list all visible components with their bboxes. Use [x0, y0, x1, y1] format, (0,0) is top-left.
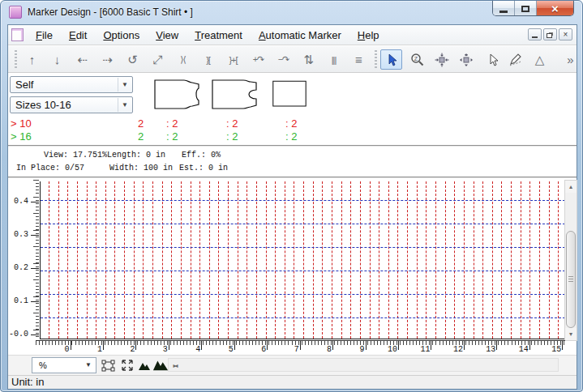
close-icon: ×	[551, 2, 559, 15]
grid-vertical-line	[492, 181, 493, 339]
align-vertical-icon[interactable]: ⇅	[298, 49, 319, 70]
scroll-right-button[interactable]: ▸	[169, 360, 181, 371]
svg-text:Z: Z	[414, 56, 418, 62]
vertical-ruler-label: -0.0	[4, 330, 28, 339]
grid-vertical-line	[246, 181, 247, 339]
grid-vertical-line	[445, 181, 446, 339]
menu-treatment[interactable]: Treatment	[186, 25, 251, 45]
width-value: Width: 100 in	[109, 164, 173, 173]
move-left-icon: ⇠	[77, 53, 88, 67]
tilt-plus-icon[interactable]: +↷	[247, 49, 269, 70]
move-down-icon[interactable]: ↓	[46, 49, 68, 70]
menu-file[interactable]: File	[28, 25, 61, 45]
front-piece[interactable]	[210, 77, 259, 112]
menu-help[interactable]: Help	[349, 25, 388, 45]
zoom-out-mountain-icon[interactable]	[136, 358, 152, 373]
pick-pointer-icon[interactable]	[482, 49, 504, 70]
back-piece[interactable]	[152, 77, 202, 112]
zoom-unit-select[interactable]: % ▼	[32, 357, 96, 373]
grid-vertical-line	[105, 181, 106, 339]
horizontal-ruler: 0123456789101112131415	[36, 340, 565, 355]
grid-vertical-line	[303, 181, 304, 339]
grid-vertical-line	[464, 181, 465, 339]
menu-view[interactable]: View	[148, 25, 186, 45]
rotate-pen-icon[interactable]	[504, 49, 526, 70]
menu-automatic-marker[interactable]: Automatic Marker	[251, 25, 349, 45]
piece-count: : 2	[166, 130, 178, 143]
grid-vertical-line	[379, 181, 379, 339]
flip-icon[interactable]: ⤢	[147, 49, 169, 70]
size-total-count: 2	[138, 117, 144, 130]
move-up-icon: ↑	[29, 53, 36, 66]
marker-grid[interactable]	[40, 181, 565, 339]
grid-vertical-line	[124, 181, 125, 339]
select-pointer-icon[interactable]	[380, 49, 402, 70]
mdi-close-button[interactable]: ×	[559, 28, 572, 40]
rotate-icon[interactable]: ↺	[122, 49, 144, 70]
size-label: > 16	[11, 130, 32, 143]
fabric-select[interactable]: Self ▼	[10, 76, 133, 93]
size-row-16[interactable]: > 162: 2: 2: 2	[8, 130, 577, 143]
size-row-10[interactable]: > 102: 2: 2: 2	[8, 117, 577, 130]
grid-vertical-line	[482, 181, 483, 339]
grid-vertical-line	[275, 181, 276, 339]
close-button[interactable]: ×	[537, 1, 573, 16]
grid-vertical-line	[209, 181, 210, 339]
horizontal-ruler-major-tick	[234, 341, 235, 350]
maximize-button[interactable]	[515, 1, 537, 16]
vertical-ruler-ticks	[33, 180, 39, 339]
zoom-icon[interactable]: Z	[406, 49, 428, 70]
move-left-icon[interactable]: ⇠	[71, 49, 93, 70]
menu-options[interactable]: Options	[95, 25, 148, 45]
grid-vertical-line	[407, 181, 408, 339]
menu-edit[interactable]: Edit	[61, 25, 95, 45]
title-bar[interactable]: Marker Design - [6000 Basic T Shirt • ] …	[1, 1, 582, 24]
toolbar-gripper[interactable]	[15, 50, 17, 69]
marker-canvas-area[interactable]: 0.40.30.20.1-0.0 ▴ ▾	[8, 177, 577, 340]
compact-pieces-icon[interactable]	[455, 49, 477, 70]
horizontal-scrollbar[interactable]: ◂ ▸	[168, 358, 559, 372]
bottom-toolbar: % ▼ ◂ ▸	[8, 355, 577, 375]
grid-vertical-line	[285, 181, 285, 339]
fit-view-icon[interactable]	[119, 358, 135, 373]
close-gap-icon[interactable]: ⟩⟨	[172, 49, 194, 70]
spread-pieces-icon[interactable]	[431, 49, 452, 70]
scroll-up-button[interactable]: ▴	[565, 181, 577, 193]
grid-vertical-line	[218, 181, 219, 339]
mdi-restore-button[interactable]	[543, 28, 557, 40]
horizontal-ruler-label: 14	[508, 345, 529, 354]
vertical-scroll-thumb[interactable]	[566, 231, 576, 328]
in-place-value: In Place: 0/57	[16, 164, 84, 173]
toolbar-gripper[interactable]	[375, 50, 377, 69]
move-up-icon[interactable]: ↑	[21, 49, 43, 70]
spacing-icon[interactable]: |||	[323, 49, 345, 70]
piece-count: : 2	[166, 117, 178, 130]
bracket-add-icon[interactable]: }+[	[222, 49, 244, 70]
sizes-select[interactable]: Sizes 10-16 ▼	[10, 96, 133, 113]
scroll-down-button[interactable]: ▾	[565, 328, 577, 340]
tilt-minus-icon[interactable]: −↷	[272, 49, 294, 70]
bracket-right-icon[interactable]: }[	[197, 49, 219, 70]
sleeve-piece[interactable]	[272, 77, 313, 112]
close-gap-icon: ⟩⟨	[180, 54, 186, 65]
horizontal-ruler-major-tick	[496, 341, 497, 350]
more-tools-icon: »	[567, 53, 573, 66]
horizontal-ruler-major-tick	[267, 341, 268, 350]
menu-bar: FileEditOptionsViewTreatmentAutomatic Ma…	[8, 25, 577, 45]
more-tools-icon[interactable]: »	[559, 49, 581, 70]
marquee-icon[interactable]	[100, 358, 116, 373]
grid-vertical-line	[350, 181, 351, 339]
grid-horizontal-line	[41, 200, 565, 201]
justify-icon[interactable]: ≡	[348, 49, 370, 70]
grid-vertical-line	[256, 181, 257, 339]
bracket-add-icon: }+[	[229, 55, 237, 65]
grid-vertical-line	[266, 181, 267, 339]
move-right-icon[interactable]: ⇢	[96, 49, 118, 70]
horizontal-ruler-label: 3	[148, 345, 168, 354]
vertical-scrollbar[interactable]: ▴ ▾	[564, 180, 577, 341]
zoom-in-mountain-icon[interactable]	[152, 358, 169, 373]
measure-icon[interactable]: △	[529, 49, 551, 70]
grid-vertical-line	[435, 181, 436, 339]
minimize-button[interactable]	[493, 1, 515, 16]
mdi-minimize-button[interactable]	[528, 28, 542, 40]
